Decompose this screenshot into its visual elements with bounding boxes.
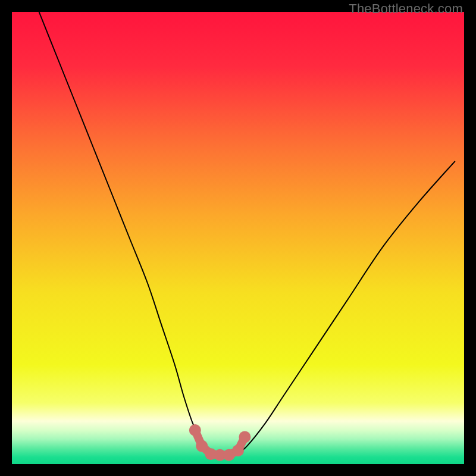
trough-marker-dot — [196, 440, 208, 452]
plot-area — [12, 12, 464, 464]
watermark-text: TheBottleneck.com — [349, 1, 463, 17]
trough-marker-dot — [232, 444, 244, 456]
trough-marker-dot — [189, 424, 201, 436]
trough-marker-dot — [239, 431, 250, 443]
plot-svg — [12, 12, 464, 464]
gradient-background — [12, 12, 464, 464]
chart-frame: TheBottleneck.com — [0, 0, 476, 476]
